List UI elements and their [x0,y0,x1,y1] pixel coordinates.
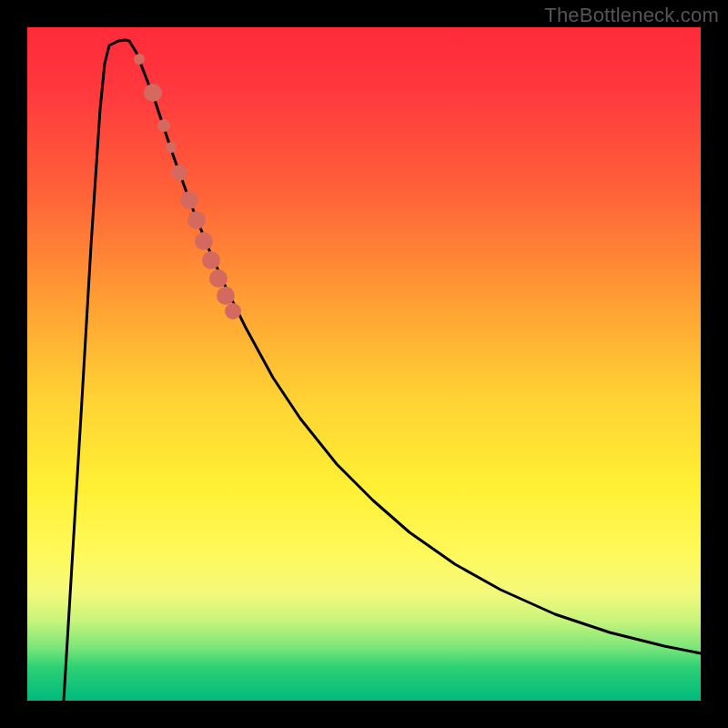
point-c [157,119,170,132]
cluster-end [225,303,241,319]
point-e [171,165,187,181]
chart-frame: TheBottleneck.com [0,0,728,728]
attribution-label: TheBottleneck.com [544,4,719,27]
cluster-6 [217,287,235,305]
data-markers [134,54,241,319]
cluster-3 [195,232,213,250]
cluster-start [180,191,198,209]
point-b [144,84,162,102]
curve-svg [27,27,701,701]
plot-area [27,27,701,701]
bottleneck-curve [64,40,701,701]
cluster-4 [202,251,220,269]
cluster-2 [187,211,206,229]
point-d [166,142,177,153]
cluster-5 [209,269,228,288]
point-a [134,54,145,65]
